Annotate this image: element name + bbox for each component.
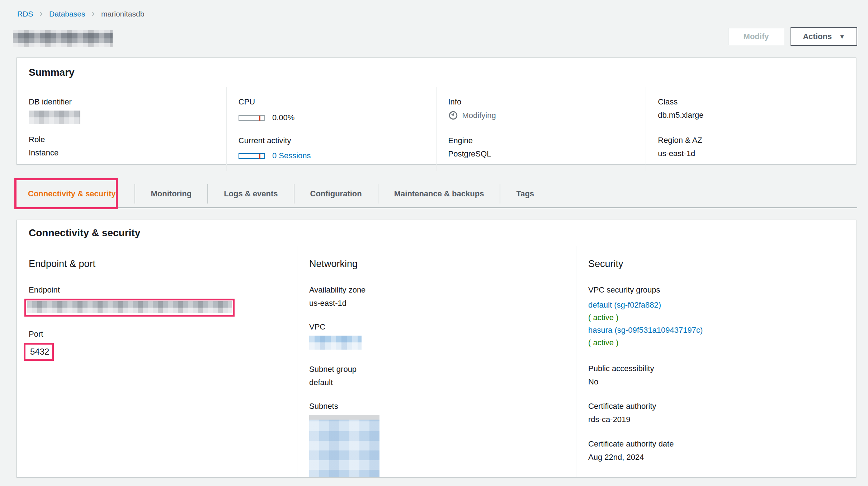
security-group-status: ( active ) [588, 336, 844, 349]
region-field: Region & AZ us-east-1d [658, 136, 844, 158]
tab-bar: Connectivity & security Monitoring Logs … [16, 181, 550, 206]
role-field: Role Instance [29, 135, 214, 158]
engine-value: PostgreSQL [448, 149, 634, 159]
port-label: Port [29, 330, 285, 339]
endpoint-field: Endpoint [29, 285, 285, 317]
breadcrumb-link-databases[interactable]: Databases [49, 10, 85, 18]
public-accessibility-value: No [588, 377, 844, 387]
cpu-field: CPU 0.00% [239, 97, 424, 122]
current-activity-field: Current activity 0 Sessions [239, 136, 424, 160]
breadcrumb: RDS › Databases › marionitasdb [17, 9, 144, 19]
actions-button[interactable]: Actions ▼ [791, 27, 857, 46]
tab-configuration[interactable]: Configuration [294, 189, 378, 198]
redacted-endpoint-value [27, 301, 232, 313]
cpu-value: 0.00% [272, 113, 294, 122]
certificate-authority-value: rds-ca-2019 [588, 415, 844, 424]
class-value: db.m5.xlarge [658, 111, 844, 120]
vpc-security-groups-label: VPC security groups [588, 285, 844, 295]
current-activity-label: Current activity [239, 136, 424, 145]
role-value: Instance [29, 148, 214, 158]
public-accessibility-label: Public accessibility [588, 364, 844, 373]
networking-column: Networking Availability zone us-east-1d … [297, 246, 576, 477]
vpc-security-groups-field: VPC security groups default (sg-f02fa882… [588, 285, 844, 349]
subnet-group-field: Subnet group default [309, 365, 564, 387]
tab-connectivity-security[interactable]: Connectivity & security [16, 189, 135, 198]
cpu-label: CPU [239, 97, 424, 107]
engine-field: Engine PostgreSQL [448, 136, 634, 159]
cpu-gauge-icon [239, 115, 265, 121]
summary-col-identity: DB identifier Role Instance [17, 87, 227, 171]
summary-col-info: Info Modifying Engine PostgreSQL [437, 87, 646, 171]
modify-button[interactable]: Modify [728, 28, 784, 45]
subnets-field: Subnets [309, 402, 564, 477]
tab-logs-events[interactable]: Logs & events [208, 189, 293, 198]
redacted-db-name [13, 30, 113, 47]
sessions-gauge-row: 0 Sessions [239, 151, 424, 160]
db-identifier-label: DB identifier [29, 97, 214, 107]
annotation-box-port: 5432 [24, 343, 54, 361]
actions-button-label: Actions [803, 32, 832, 41]
endpoint-port-heading: Endpoint & port [29, 258, 285, 270]
summary-col-activity: CPU 0.00% Current activity 0 Sessions [227, 87, 437, 171]
redacted-vpc-value [309, 336, 362, 350]
sessions-gauge-icon [239, 153, 265, 159]
tab-tags[interactable]: Tags [500, 189, 550, 198]
summary-panel-title: Summary [29, 67, 75, 78]
connectivity-panel-title: Connectivity & security [29, 227, 140, 239]
endpoint-label: Endpoint [29, 285, 285, 295]
redacted-db-identifier-value [29, 111, 80, 124]
security-column: Security VPC security groups default (sg… [576, 246, 856, 477]
security-group-link-hasura[interactable]: hasura (sg-09f531a109437197c) [588, 326, 703, 335]
tabs-underline [16, 207, 857, 208]
caret-down-icon: ▼ [839, 33, 845, 41]
connectivity-panel-header: Connectivity & security [17, 220, 856, 246]
certificate-authority-field: Certificate authority rds-ca-2019 [588, 402, 844, 424]
class-label: Class [658, 97, 844, 107]
vpc-label: VPC [309, 322, 564, 332]
port-field: Port 5432 [29, 330, 285, 361]
info-value-row: Modifying [448, 111, 634, 120]
breadcrumb-chevron-icon: › [39, 9, 43, 18]
cpu-gauge-row: 0.00% [239, 113, 424, 122]
port-value: 5432 [30, 347, 49, 357]
info-field: Info Modifying [448, 97, 634, 120]
region-az-label: Region & AZ [658, 136, 844, 145]
endpoint-port-column: Endpoint & port Endpoint Port 5432 [17, 246, 297, 477]
connectivity-security-panel: Connectivity & security Endpoint & port … [16, 220, 856, 477]
breadcrumb-link-rds[interactable]: RDS [17, 10, 33, 18]
breadcrumb-current-page: marionitasdb [101, 10, 144, 18]
region-az-value: us-east-1d [658, 149, 844, 158]
certificate-authority-date-field: Certificate authority date Aug 22nd, 202… [588, 439, 844, 462]
subnet-group-value: default [309, 378, 564, 387]
tab-maintenance-backups[interactable]: Maintenance & backups [378, 189, 500, 198]
connectivity-grid: Endpoint & port Endpoint Port 5432 Netwo… [17, 246, 856, 477]
security-group-link-default[interactable]: default (sg-f02fa882) [588, 300, 661, 309]
summary-panel-header: Summary [17, 58, 856, 87]
subnet-group-label: Subnet group [309, 365, 564, 374]
summary-grid: DB identifier Role Instance CPU 0.00% Cu… [17, 87, 856, 164]
certificate-authority-date-value: Aug 22nd, 2024 [588, 453, 844, 462]
tab-monitoring[interactable]: Monitoring [135, 189, 208, 198]
availability-zone-label: Availability zone [309, 285, 564, 295]
availability-zone-field: Availability zone us-east-1d [309, 285, 564, 308]
subnets-label: Subnets [309, 402, 564, 411]
class-field: Class db.m5.xlarge [658, 97, 844, 120]
breadcrumb-chevron-icon: › [91, 9, 95, 18]
certificate-authority-date-label: Certificate authority date [588, 439, 844, 449]
db-identifier-field: DB identifier [29, 97, 214, 124]
clock-icon [448, 111, 458, 120]
vpc-field: VPC [309, 322, 564, 350]
page-toolbar: Modify Actions ▼ [728, 27, 857, 46]
role-label: Role [29, 135, 214, 144]
info-value: Modifying [462, 111, 496, 120]
redacted-subnets-value [309, 415, 379, 477]
sessions-link[interactable]: 0 Sessions [272, 151, 311, 160]
summary-col-class: Class db.m5.xlarge Region & AZ us-east-1… [646, 87, 856, 171]
networking-heading: Networking [309, 258, 564, 270]
availability-zone-value: us-east-1d [309, 299, 564, 308]
certificate-authority-label: Certificate authority [588, 402, 844, 411]
annotation-box-endpoint [24, 299, 235, 317]
summary-panel: Summary DB identifier Role Instance CPU … [16, 57, 856, 164]
info-label: Info [448, 97, 634, 107]
security-group-status: ( active ) [588, 311, 844, 324]
